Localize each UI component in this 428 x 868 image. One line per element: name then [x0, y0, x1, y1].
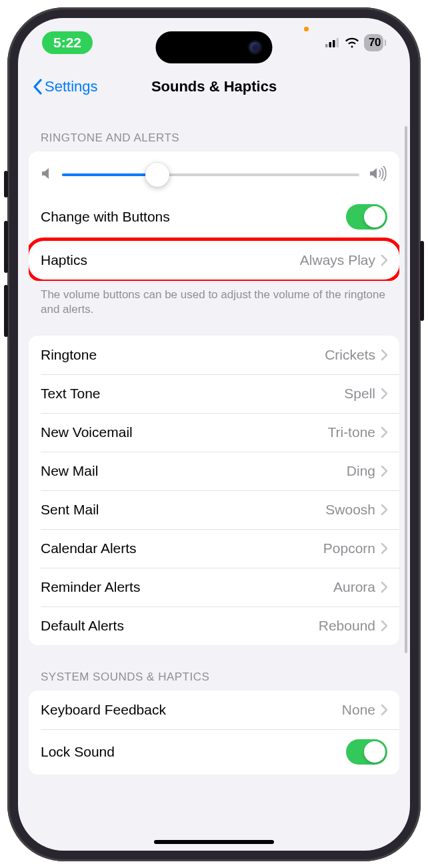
volume-up-button[interactable] — [4, 221, 8, 273]
volume-down-button[interactable] — [4, 285, 8, 337]
row-default-alerts[interactable]: Default Alerts Rebound — [29, 606, 399, 645]
toggle-change-with-buttons[interactable] — [346, 204, 387, 230]
chevron-right-icon — [381, 542, 387, 554]
row-label: New Voicemail — [41, 424, 327, 440]
volume-slider-row — [29, 151, 399, 194]
row-label: Keyboard Feedback — [41, 702, 342, 718]
home-indicator[interactable] — [154, 840, 274, 844]
speaker-low-icon — [41, 166, 53, 183]
row-label: Change with Buttons — [41, 209, 346, 225]
row-label: Lock Sound — [41, 744, 346, 760]
dynamic-island — [156, 31, 273, 63]
highlight-annotation: Haptics Always Play — [29, 238, 399, 281]
slider-fill — [62, 173, 157, 176]
status-right: 70 — [325, 34, 383, 51]
card-system-sounds: Keyboard Feedback None Lock Sound — [29, 691, 399, 775]
row-value: Always Play — [300, 252, 375, 268]
wifi-icon — [345, 37, 359, 48]
row-lock-sound[interactable]: Lock Sound — [29, 729, 399, 775]
row-value: Aurora — [333, 579, 375, 595]
row-value: Crickets — [325, 347, 375, 363]
row-label: Default Alerts — [41, 618, 319, 634]
volume-slider[interactable] — [62, 173, 359, 176]
row-label: Reminder Alerts — [41, 579, 333, 595]
row-haptics[interactable]: Haptics Always Play — [29, 241, 399, 280]
chevron-right-icon — [381, 254, 387, 266]
battery-indicator: 70 — [364, 34, 383, 51]
row-value: Ding — [347, 463, 375, 479]
chevron-right-icon — [381, 426, 387, 438]
row-label: Sent Mail — [41, 502, 325, 518]
row-text-tone[interactable]: Text Tone Spell — [29, 374, 399, 413]
slider-thumb[interactable] — [145, 163, 169, 187]
section-footer-note: The volume buttons can be used to adjust… — [29, 281, 399, 317]
row-sent-mail[interactable]: Sent Mail Swoosh — [29, 490, 399, 529]
row-label: Text Tone — [41, 386, 344, 402]
section-header-ringtone: RINGTONE AND ALERTS — [29, 106, 399, 151]
chevron-right-icon — [381, 388, 387, 400]
content-scroll[interactable]: RINGTONE AND ALERTS Change with Butt — [18, 106, 410, 851]
row-reminder-alerts[interactable]: Reminder Alerts Aurora — [29, 568, 399, 606]
chevron-right-icon — [381, 504, 387, 516]
page-title: Sounds & Haptics — [18, 78, 410, 95]
chevron-right-icon — [381, 465, 387, 477]
svg-rect-3 — [337, 38, 339, 47]
row-value: Tri-tone — [327, 424, 375, 440]
screen: 5:22 70 Settings Sounds & H — [18, 18, 410, 851]
card-ringtone-alerts: Change with Buttons Haptics Always Play — [29, 151, 399, 281]
row-label: Calendar Alerts — [41, 540, 323, 556]
row-change-with-buttons[interactable]: Change with Buttons — [29, 194, 399, 240]
row-value: Popcorn — [323, 540, 375, 556]
row-ringtone[interactable]: Ringtone Crickets — [29, 336, 399, 374]
status-time-pill[interactable]: 5:22 — [42, 31, 93, 54]
power-button[interactable] — [420, 241, 424, 321]
toggle-lock-sound[interactable] — [346, 739, 387, 765]
mic-indicator-dot — [304, 27, 309, 31]
chevron-right-icon — [381, 581, 387, 593]
speaker-high-icon — [369, 166, 387, 183]
front-camera — [250, 42, 261, 53]
row-new-voicemail[interactable]: New Voicemail Tri-tone — [29, 413, 399, 452]
chevron-right-icon — [381, 620, 387, 632]
row-value: None — [342, 702, 375, 718]
row-label: Ringtone — [41, 347, 325, 363]
svg-rect-2 — [333, 40, 335, 47]
row-new-mail[interactable]: New Mail Ding — [29, 452, 399, 490]
nav-bar: Settings Sounds & Haptics — [18, 67, 410, 106]
scrollbar[interactable] — [405, 126, 407, 653]
row-label: New Mail — [41, 463, 347, 479]
row-label: Haptics — [41, 252, 300, 268]
section-header-system: SYSTEM SOUNDS & HAPTICS — [29, 645, 399, 691]
row-value: Spell — [344, 386, 375, 402]
svg-rect-0 — [325, 44, 328, 47]
svg-rect-1 — [329, 42, 332, 47]
row-calendar-alerts[interactable]: Calendar Alerts Popcorn — [29, 529, 399, 568]
chevron-right-icon — [381, 704, 387, 716]
card-sounds-list: Ringtone Crickets Text Tone Spell New Vo… — [29, 336, 399, 645]
mute-switch[interactable] — [4, 171, 8, 197]
phone-frame: 5:22 70 Settings Sounds & H — [7, 7, 421, 861]
row-value: Swoosh — [325, 502, 375, 518]
row-value: Rebound — [319, 618, 375, 634]
chevron-right-icon — [381, 349, 387, 361]
row-keyboard-feedback[interactable]: Keyboard Feedback None — [29, 691, 399, 729]
cellular-signal-icon — [325, 38, 340, 47]
